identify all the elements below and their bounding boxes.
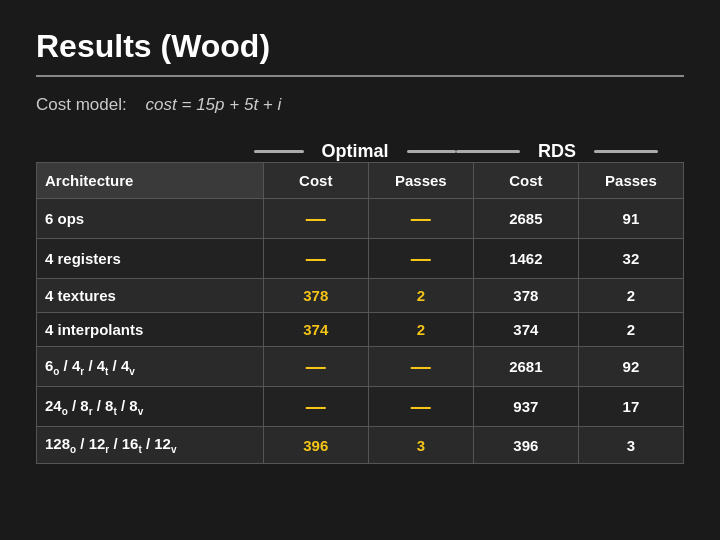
rds-passes-cell: 2 — [578, 279, 683, 313]
cost-model-formula: cost = 15p + 5t + i — [146, 95, 282, 114]
opt-cost-cell: 378 — [263, 279, 368, 313]
arch-cell: 4 textures — [37, 279, 264, 313]
opt-passes-cell: — — [368, 347, 473, 387]
arch-cell: 6o / 4r / 4t / 4v — [37, 347, 264, 387]
optimal-label: Optimal — [304, 141, 407, 162]
col-header-rds-passes: Passes — [578, 163, 683, 199]
page-title: Results (Wood) — [36, 28, 684, 65]
optimal-line-left — [254, 150, 304, 153]
opt-passes-cell: — — [368, 199, 473, 239]
rds-passes-cell: 32 — [578, 239, 683, 279]
table-row: 4 textures 378 2 378 2 — [37, 279, 684, 313]
cost-model: Cost model: cost = 15p + 5t + i — [36, 95, 684, 115]
opt-cost-cell: — — [263, 387, 368, 427]
rds-cost-cell: 378 — [473, 279, 578, 313]
opt-cost-cell: 396 — [263, 427, 368, 464]
col-header-rds-cost: Cost — [473, 163, 578, 199]
rds-passes-cell: 92 — [578, 347, 683, 387]
table-row: 6o / 4r / 4t / 4v — — 2681 92 — [37, 347, 684, 387]
optimal-line-right — [407, 150, 457, 153]
table-row: 6 ops — — 2685 91 — [37, 199, 684, 239]
arch-cell: 4 interpolants — [37, 313, 264, 347]
table-header-row: Architecture Cost Passes Cost Passes — [37, 163, 684, 199]
rds-cost-cell: 937 — [473, 387, 578, 427]
col-header-architecture: Architecture — [37, 163, 264, 199]
opt-passes-cell: 3 — [368, 427, 473, 464]
rds-line-left — [456, 150, 520, 153]
arch-cell: 128o / 12r / 16t / 12v — [37, 427, 264, 464]
rds-cost-cell: 2685 — [473, 199, 578, 239]
rds-cost-cell: 1462 — [473, 239, 578, 279]
table-wrapper: Optimal RDS Architecture Cost Passes Cos… — [36, 141, 684, 464]
col-group-optimal: Optimal — [254, 141, 456, 162]
opt-cost-cell: — — [263, 239, 368, 279]
opt-passes-cell: 2 — [368, 279, 473, 313]
arch-cell: 6 ops — [37, 199, 264, 239]
col-header-opt-passes: Passes — [368, 163, 473, 199]
arch-cell: 24o / 8r / 8t / 8v — [37, 387, 264, 427]
rds-passes-cell: 3 — [578, 427, 683, 464]
page: Results (Wood) Cost model: cost = 15p + … — [0, 0, 720, 540]
opt-cost-cell: — — [263, 347, 368, 387]
rds-passes-cell: 91 — [578, 199, 683, 239]
rds-cost-cell: 374 — [473, 313, 578, 347]
table-row: 4 interpolants 374 2 374 2 — [37, 313, 684, 347]
opt-passes-cell: — — [368, 387, 473, 427]
col-header-opt-cost: Cost — [263, 163, 368, 199]
opt-passes-cell: — — [368, 239, 473, 279]
title-divider — [36, 75, 684, 77]
col-group-rds: RDS — [456, 141, 658, 162]
rds-label: RDS — [520, 141, 594, 162]
cost-model-label: Cost model: — [36, 95, 127, 114]
results-table: Architecture Cost Passes Cost Passes 6 o… — [36, 162, 684, 464]
rds-passes-cell: 2 — [578, 313, 683, 347]
table-row: 128o / 12r / 16t / 12v 396 3 396 3 — [37, 427, 684, 464]
opt-cost-cell: — — [263, 199, 368, 239]
opt-passes-cell: 2 — [368, 313, 473, 347]
rds-passes-cell: 17 — [578, 387, 683, 427]
table-row: 24o / 8r / 8t / 8v — — 937 17 — [37, 387, 684, 427]
opt-cost-cell: 374 — [263, 313, 368, 347]
arch-cell: 4 registers — [37, 239, 264, 279]
table-row: 4 registers — — 1462 32 — [37, 239, 684, 279]
rds-line-right — [594, 150, 658, 153]
rds-cost-cell: 2681 — [473, 347, 578, 387]
col-group-headers: Optimal RDS — [254, 141, 684, 162]
rds-cost-cell: 396 — [473, 427, 578, 464]
